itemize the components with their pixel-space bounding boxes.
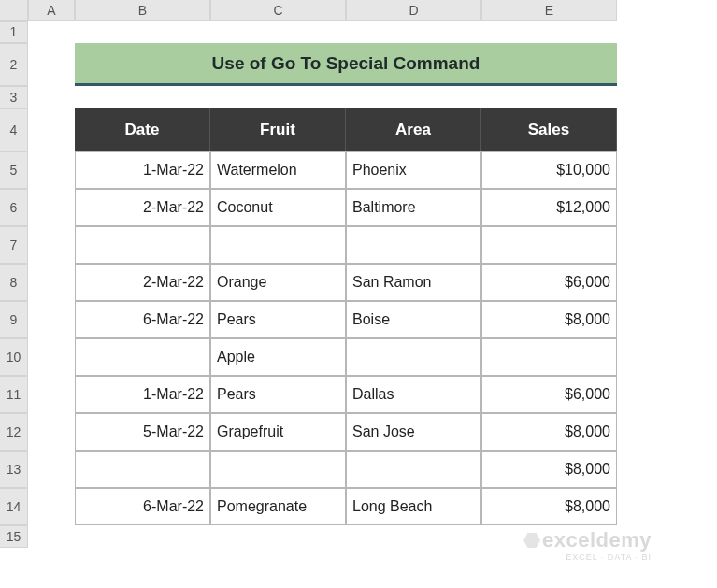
table-cell[interactable]: $6,000 [481,264,617,301]
cell-e3[interactable] [481,86,617,108]
table-header-date[interactable]: Date [75,108,210,151]
row-head-2[interactable]: 2 [0,43,28,86]
table-cell[interactable] [481,338,617,376]
row-head-7[interactable]: 7 [0,226,28,264]
cell-e15[interactable] [481,525,617,548]
table-cell[interactable]: Long Beach [346,488,481,525]
table-cell[interactable]: $8,000 [481,301,617,338]
table-cell[interactable]: Pears [210,376,346,413]
cell-c1[interactable] [210,21,346,43]
cell-c15[interactable] [210,525,346,548]
cell-a6[interactable] [28,189,75,226]
watermark-sub: EXCEL · DATA · BI [523,552,652,562]
page-title: Use of Go To Special Command [75,43,617,86]
table-cell[interactable] [75,226,210,264]
title-banner[interactable]: Use of Go To Special Command [75,43,617,86]
table-cell[interactable]: 6-Mar-22 [75,488,210,525]
table-cell[interactable]: Dallas [346,376,481,413]
cell-b3[interactable] [75,86,210,108]
table-cell[interactable] [75,338,210,376]
table-cell[interactable]: Apple [210,338,346,376]
cell-a8[interactable] [28,264,75,301]
cell-a4[interactable] [28,108,75,151]
table-cell[interactable]: 1-Mar-22 [75,376,210,413]
table-cell[interactable]: $6,000 [481,376,617,413]
table-cell[interactable]: $8,000 [481,488,617,525]
select-all-corner[interactable] [0,0,28,21]
table-cell[interactable]: Phoenix [346,151,481,189]
row-head-10[interactable]: 10 [0,338,28,376]
table-cell[interactable] [346,226,481,264]
table-cell[interactable]: $12,000 [481,189,617,226]
table-cell[interactable]: Pears [210,301,346,338]
table-cell[interactable]: 1-Mar-22 [75,151,210,189]
table-cell[interactable]: 2-Mar-22 [75,189,210,226]
cell-d1[interactable] [346,21,481,43]
cell-c3[interactable] [210,86,346,108]
table-cell[interactable] [346,451,481,488]
row-head-11[interactable]: 11 [0,376,28,413]
row-head-13[interactable]: 13 [0,451,28,488]
row-head-3[interactable]: 3 [0,86,28,108]
row-head-4[interactable]: 4 [0,108,28,151]
table-cell[interactable] [210,226,346,264]
table-header-sales[interactable]: Sales [481,108,617,151]
table-cell[interactable]: $8,000 [481,451,617,488]
cell-d15[interactable] [346,525,481,548]
table-cell[interactable] [75,451,210,488]
cell-a12[interactable] [28,413,75,451]
table-cell[interactable]: Pomegranate [210,488,346,525]
table-cell[interactable]: San Jose [346,413,481,451]
cell-a3[interactable] [28,86,75,108]
cell-a10[interactable] [28,338,75,376]
table-cell[interactable]: Watermelon [210,151,346,189]
cell-a5[interactable] [28,151,75,189]
table-header-fruit[interactable]: Fruit [210,108,346,151]
cell-a1[interactable] [28,21,75,43]
col-head-d[interactable]: D [346,0,481,21]
cell-d3[interactable] [346,86,481,108]
table-cell[interactable]: Grapefruit [210,413,346,451]
col-head-a[interactable]: A [28,0,75,21]
table-cell[interactable]: Boise [346,301,481,338]
table-cell[interactable] [481,226,617,264]
row-head-8[interactable]: 8 [0,264,28,301]
row-head-1[interactable]: 1 [0,21,28,43]
cell-b1[interactable] [75,21,210,43]
row-head-12[interactable]: 12 [0,413,28,451]
row-head-14[interactable]: 14 [0,488,28,525]
spreadsheet-grid: A B C D E 1 2 Use of Go To Special Comma… [0,0,717,548]
row-head-5[interactable]: 5 [0,151,28,189]
table-cell[interactable] [346,338,481,376]
table-cell[interactable]: Coconut [210,189,346,226]
table-cell[interactable]: 5-Mar-22 [75,413,210,451]
col-head-e[interactable]: E [481,0,617,21]
cell-a2[interactable] [28,43,75,86]
col-head-b[interactable]: B [75,0,210,21]
cell-e1[interactable] [481,21,617,43]
row-head-9[interactable]: 9 [0,301,28,338]
cell-a9[interactable] [28,301,75,338]
table-header-area[interactable]: Area [346,108,481,151]
cell-a7[interactable] [28,226,75,264]
table-cell[interactable] [210,451,346,488]
table-cell[interactable]: Baltimore [346,189,481,226]
cell-b15[interactable] [75,525,210,548]
col-head-c[interactable]: C [210,0,346,21]
cell-a13[interactable] [28,451,75,488]
table-cell[interactable]: San Ramon [346,264,481,301]
row-head-6[interactable]: 6 [0,189,28,226]
table-cell[interactable]: $10,000 [481,151,617,189]
table-cell[interactable]: 2-Mar-22 [75,264,210,301]
cell-a11[interactable] [28,376,75,413]
table-cell[interactable]: Orange [210,264,346,301]
table-cell[interactable]: $8,000 [481,413,617,451]
cell-a15[interactable] [28,525,75,548]
row-head-15[interactable]: 15 [0,525,28,548]
cell-a14[interactable] [28,488,75,525]
table-cell[interactable]: 6-Mar-22 [75,301,210,338]
